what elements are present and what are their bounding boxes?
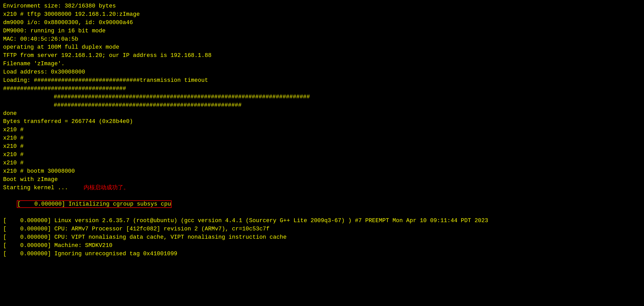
terminal-line: x210 # bootm 30008000 <box>3 167 641 176</box>
terminal-line: Load address: 0x30008000 <box>3 68 641 76</box>
starting-kernel-text: Starting kernel ... <box>3 184 68 192</box>
terminal-line: done <box>3 110 641 118</box>
terminal-line: Filename 'zImage'. <box>3 60 641 68</box>
terminal-line: operating at 100M full duplex mode <box>3 43 641 52</box>
terminal-line: x210 # tftp 30008000 192.168.1.20:zImage <box>3 10 641 19</box>
uncompressing-linux-line: [ 0.000000] Initializing cgroup subsys c… <box>3 192 641 217</box>
terminal-output: Environment size: 382/16380 bytes x210 #… <box>3 2 641 258</box>
starting-kernel-row: Starting kernel ... 内核启动成功了。 <box>3 184 641 192</box>
terminal-line: x210 # <box>3 151 641 159</box>
terminal-line: MAC: 00:40:5c:26:0a:5b <box>3 35 641 43</box>
terminal-line: Environment size: 382/16380 bytes <box>3 2 641 10</box>
terminal-line: x210 # <box>3 142 641 151</box>
terminal-line: ########################################… <box>3 93 641 101</box>
terminal-line: ########################################… <box>3 101 641 110</box>
terminal-line: [ 0.000000] Ignoring unrecognised tag 0x… <box>3 250 641 258</box>
terminal-line: x210 # <box>3 134 641 142</box>
terminal-line: dm9000 i/o: 0x88000300, id: 0x90000a46 <box>3 19 641 27</box>
terminal-line: [ 0.000000] Machine: SMDKV210 <box>3 242 641 250</box>
terminal-line: x210 # <box>3 159 641 167</box>
terminal-line: [ 0.000000] CPU: ARMv7 Processor [412fc0… <box>3 225 641 233</box>
terminal-line: [ 0.000000] Linux version 2.6.35.7 (root… <box>3 217 641 225</box>
boxed-line: [ 0.000000] Initializing cgroup subsys c… <box>17 200 172 208</box>
terminal-line: DM9000: running in 16 bit mode <box>3 27 641 35</box>
kernel-annotation: 内核启动成功了。 <box>84 184 129 192</box>
terminal-line: TFTP from server 192.168.1.20; our IP ad… <box>3 52 641 60</box>
terminal-line: Bytes transferred = 2667744 (0x28b4e0) <box>3 118 641 126</box>
terminal-line: Loading: ###############################… <box>3 76 641 85</box>
terminal-line: [ 0.000000] CPU: VIPT nonaliasing data c… <box>3 233 641 242</box>
terminal-line: x210 # <box>3 126 641 134</box>
terminal-line: Boot with zImage <box>3 176 641 184</box>
terminal-line: #################################### <box>3 85 641 93</box>
